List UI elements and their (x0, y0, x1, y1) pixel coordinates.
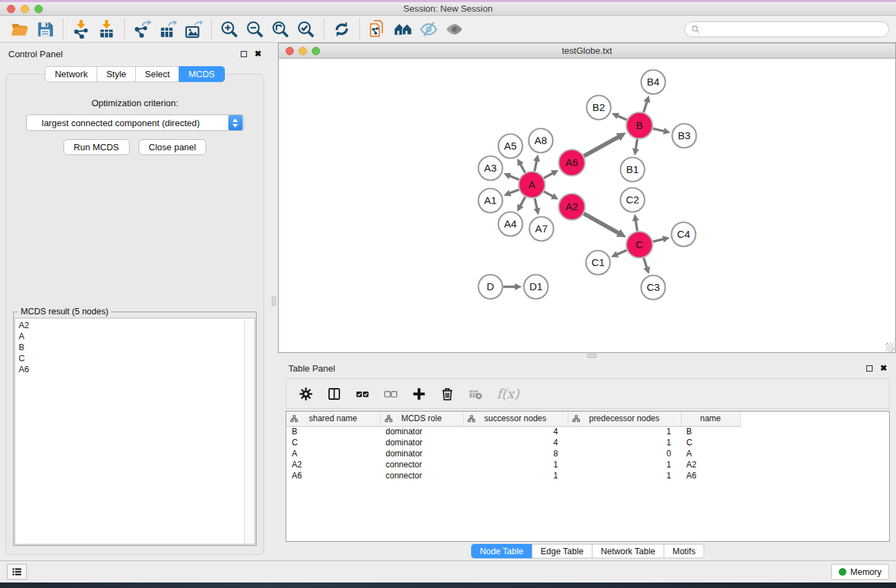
edge-A-A4[interactable] (517, 197, 526, 212)
import-network-button[interactable] (68, 18, 94, 40)
delete-table-button[interactable] (468, 387, 483, 401)
graph-node-B4[interactable]: B4 (641, 70, 666, 94)
unselect-all-columns-button[interactable] (384, 387, 398, 401)
column-header[interactable]: successor nodes (463, 412, 568, 426)
graph-node-B1[interactable]: B1 (621, 158, 645, 182)
search-field[interactable] (684, 21, 889, 37)
open-session-button[interactable] (7, 18, 32, 40)
criterion-dropdown[interactable]: largest connected component (directed) (26, 114, 244, 131)
horizontal-splitter[interactable] (278, 353, 896, 358)
function-builder-button[interactable]: f(x) (497, 386, 519, 401)
add-column-button[interactable] (412, 387, 426, 401)
network-close-button[interactable] (286, 47, 294, 55)
close-panel-icon[interactable]: ✖ (255, 50, 261, 58)
table-row[interactable]: Cdominator41C (286, 437, 740, 448)
graph-node-D1[interactable]: D1 (524, 275, 548, 299)
first-neighbors-button[interactable] (390, 18, 416, 40)
edge-A2-C[interactable] (584, 214, 626, 237)
run-mcds-button[interactable]: Run MCDS (63, 139, 130, 155)
search-input[interactable] (704, 24, 882, 34)
edge-B-B2[interactable] (612, 113, 627, 120)
zoom-selected-button[interactable] (293, 18, 319, 40)
edge-C-C2[interactable] (633, 214, 639, 231)
tab-mcds[interactable]: MCDS (179, 66, 224, 82)
graph-node-B3[interactable]: B3 (673, 124, 697, 148)
close-window-button[interactable] (7, 5, 15, 13)
show-columns-button[interactable] (327, 387, 341, 401)
close-panel-button[interactable]: Close panel (139, 139, 207, 155)
edge-B-B4[interactable] (644, 96, 650, 112)
list-item[interactable]: A2 (19, 320, 241, 331)
result-list-scrollbar[interactable] (244, 318, 255, 544)
column-header[interactable]: MCDS role (380, 412, 463, 426)
refresh-layout-button[interactable] (329, 18, 355, 40)
edge-C-C4[interactable] (653, 236, 670, 243)
memory-button[interactable]: Memory (831, 564, 889, 580)
zoom-window-button[interactable] (34, 5, 43, 13)
float-panel-icon[interactable] (866, 365, 873, 372)
graph-node-C[interactable]: C (626, 232, 653, 258)
graph-node-A8[interactable]: A8 (529, 129, 553, 153)
list-item[interactable]: B (19, 342, 241, 353)
import-table-button[interactable] (94, 18, 119, 40)
float-panel-icon[interactable] (241, 51, 247, 57)
vertical-splitter[interactable] (270, 43, 278, 560)
export-table-button[interactable] (155, 18, 181, 40)
edge-A-A2[interactable] (544, 192, 559, 200)
graph-node-C4[interactable]: C4 (672, 223, 696, 247)
edge-D-D1[interactable] (504, 283, 522, 290)
select-all-columns-button[interactable] (355, 387, 370, 401)
hide-graphics-details-button[interactable] (416, 18, 441, 40)
edge-A-A5[interactable] (517, 159, 525, 173)
graph-node-C2[interactable]: C2 (621, 188, 645, 212)
save-session-button[interactable] (32, 18, 58, 40)
edge-B-B1[interactable] (633, 139, 639, 156)
resize-grip-icon[interactable] (886, 343, 895, 352)
zoom-out-button[interactable] (242, 18, 268, 40)
minimize-window-button[interactable] (21, 5, 29, 13)
edge-C-C3[interactable] (644, 258, 650, 274)
table-settings-button[interactable] (299, 387, 313, 401)
table-row[interactable]: Bdominator41B (286, 426, 740, 437)
edge-C-C1[interactable] (611, 250, 627, 258)
zoom-in-button[interactable] (217, 18, 242, 40)
table-row[interactable]: A6connector11A6 (286, 470, 740, 481)
graph-node-A6[interactable]: A6 (559, 150, 585, 176)
export-network-button[interactable] (130, 18, 155, 40)
graph-node-A5[interactable]: A5 (499, 134, 523, 159)
edge-A6-B[interactable] (584, 133, 626, 156)
graph-node-A4[interactable]: A4 (499, 212, 523, 236)
network-canvas[interactable]: B4B2BB3A8A5A6A3B1AA1C2A2A4A7C4CC1DD1C3 (279, 59, 895, 352)
edge-A-A3[interactable] (504, 173, 519, 180)
table-row[interactable]: Adominator80A (286, 448, 740, 459)
splitter-handle[interactable] (587, 354, 597, 358)
graph-node-B2[interactable]: B2 (587, 96, 611, 120)
edge-A-A7[interactable] (534, 199, 541, 215)
column-header[interactable]: shared name (286, 412, 380, 426)
list-item[interactable]: A6 (19, 364, 241, 375)
task-history-button[interactable] (7, 564, 27, 580)
graph-node-A[interactable]: A (519, 172, 545, 198)
new-network-from-selection-button[interactable] (365, 18, 390, 40)
edge-A-A6[interactable] (544, 170, 559, 179)
graph-node-A7[interactable]: A7 (530, 217, 554, 241)
list-item[interactable]: A (19, 331, 241, 342)
list-item[interactable]: C (19, 353, 241, 364)
tab-motifs[interactable]: Motifs (664, 544, 704, 558)
tab-select[interactable]: Select (135, 66, 179, 82)
graph-node-B[interactable]: B (626, 112, 653, 139)
table-row[interactable]: A2connector11A2 (286, 459, 740, 470)
graph-node-C1[interactable]: C1 (586, 251, 610, 275)
splitter-handle[interactable] (272, 296, 276, 306)
graph-node-A3[interactable]: A3 (479, 156, 503, 181)
graph-node-D[interactable]: D (479, 275, 503, 299)
column-header[interactable]: name (681, 412, 740, 426)
graph-node-C3[interactable]: C3 (641, 276, 666, 300)
column-header[interactable]: predecessor nodes (568, 412, 681, 426)
network-zoom-button[interactable] (312, 47, 320, 55)
edge-A-A1[interactable] (504, 190, 519, 196)
tab-network[interactable]: Network (45, 66, 97, 82)
delete-column-button[interactable] (440, 387, 455, 401)
export-image-button[interactable] (181, 18, 206, 40)
show-graphics-details-button[interactable] (441, 18, 467, 40)
